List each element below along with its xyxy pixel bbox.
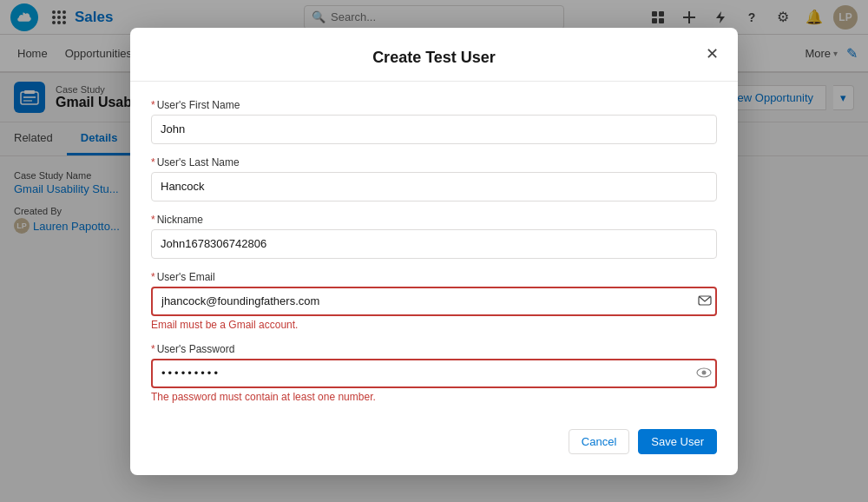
nickname-field: *Nickname	[151, 214, 717, 259]
nickname-label: *Nickname	[151, 214, 717, 226]
modal-body: *User's First Name *User's Last Name *Ni…	[130, 82, 738, 259]
required-star: *	[151, 214, 155, 226]
modal-overlay: Create Test User ✕ *User's First Name *U…	[0, 0, 868, 258]
last-name-input[interactable]	[151, 172, 717, 201]
first-name-input[interactable]	[151, 115, 717, 144]
last-name-label: *User's Last Name	[151, 156, 717, 168]
nickname-input[interactable]	[151, 229, 717, 259]
first-name-field: *User's First Name	[151, 99, 717, 144]
required-star: *	[151, 99, 155, 111]
modal-header: Create Test User ✕	[130, 28, 738, 82]
modal-close-button[interactable]: ✕	[700, 42, 724, 66]
last-name-field: *User's Last Name	[151, 156, 717, 201]
required-star: *	[151, 156, 155, 168]
first-name-label: *User's First Name	[151, 99, 717, 111]
modal-title: Create Test User	[372, 49, 496, 66]
modal: Create Test User ✕ *User's First Name *U…	[130, 28, 738, 259]
